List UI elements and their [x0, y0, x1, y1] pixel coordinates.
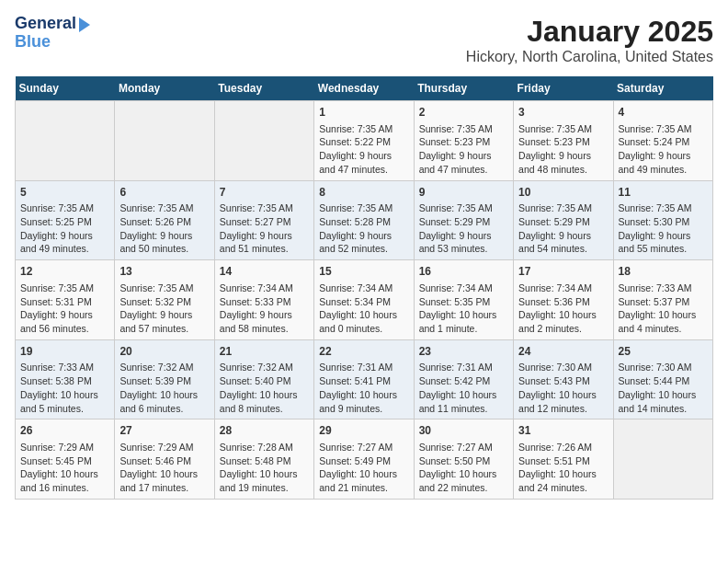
weekday-header-tuesday: Tuesday: [214, 76, 313, 101]
day-detail: Sunrise: 7:34 AM Sunset: 5:36 PM Dayligh…: [518, 282, 608, 336]
day-detail: Sunrise: 7:32 AM Sunset: 5:39 PM Dayligh…: [119, 361, 209, 415]
day-detail: Sunrise: 7:32 AM Sunset: 5:40 PM Dayligh…: [220, 361, 309, 415]
calendar-cell: 19Sunrise: 7:33 AM Sunset: 5:38 PM Dayli…: [16, 339, 115, 419]
day-number: 27: [119, 423, 209, 439]
calendar-cell: 15Sunrise: 7:34 AM Sunset: 5:34 PM Dayli…: [314, 260, 414, 340]
calendar-cell: 14Sunrise: 7:34 AM Sunset: 5:33 PM Dayli…: [214, 260, 313, 340]
day-number: 8: [319, 185, 408, 201]
day-detail: Sunrise: 7:28 AM Sunset: 5:48 PM Dayligh…: [220, 441, 309, 495]
weekday-header-sunday: Sunday: [16, 76, 115, 101]
day-number: 13: [119, 264, 209, 280]
day-number: 24: [518, 344, 608, 360]
day-number: 14: [220, 264, 309, 280]
day-number: 6: [119, 185, 209, 201]
day-detail: Sunrise: 7:35 AM Sunset: 5:23 PM Dayligh…: [419, 122, 508, 177]
day-detail: Sunrise: 7:29 AM Sunset: 5:46 PM Dayligh…: [119, 441, 209, 495]
day-detail: Sunrise: 7:35 AM Sunset: 5:25 PM Dayligh…: [20, 201, 109, 256]
weekday-header-saturday: Saturday: [613, 76, 712, 101]
day-number: 7: [220, 185, 309, 201]
calendar-cell: 9Sunrise: 7:35 AM Sunset: 5:29 PM Daylig…: [414, 180, 513, 260]
logo-arrow-icon: [79, 17, 90, 32]
day-number: 28: [220, 423, 309, 439]
day-detail: Sunrise: 7:35 AM Sunset: 5:27 PM Dayligh…: [220, 201, 309, 256]
calendar-cell: 20Sunrise: 7:32 AM Sunset: 5:39 PM Dayli…: [115, 339, 214, 419]
day-number: 9: [419, 185, 508, 201]
calendar-cell: 30Sunrise: 7:27 AM Sunset: 5:50 PM Dayli…: [414, 419, 513, 500]
day-detail: Sunrise: 7:35 AM Sunset: 5:29 PM Dayligh…: [419, 201, 508, 256]
day-detail: Sunrise: 7:35 AM Sunset: 5:32 PM Dayligh…: [119, 282, 209, 336]
calendar-cell: [16, 101, 115, 181]
calendar-cell: 28Sunrise: 7:28 AM Sunset: 5:48 PM Dayli…: [214, 419, 313, 500]
calendar-cell: [115, 101, 214, 181]
day-detail: Sunrise: 7:35 AM Sunset: 5:28 PM Dayligh…: [319, 201, 408, 256]
day-number: 20: [119, 344, 209, 360]
calendar-cell: 5Sunrise: 7:35 AM Sunset: 5:25 PM Daylig…: [16, 180, 115, 260]
calendar-cell: 16Sunrise: 7:34 AM Sunset: 5:35 PM Dayli…: [414, 260, 513, 340]
day-number: 4: [619, 105, 708, 121]
day-number: 31: [518, 423, 608, 439]
title-block: January 2025 Hickory, North Carolina, Un…: [466, 15, 713, 65]
day-number: 17: [518, 264, 608, 280]
day-detail: Sunrise: 7:31 AM Sunset: 5:41 PM Dayligh…: [319, 361, 408, 415]
calendar-cell: 22Sunrise: 7:31 AM Sunset: 5:41 PM Dayli…: [314, 339, 414, 419]
calendar-cell: 3Sunrise: 7:35 AM Sunset: 5:23 PM Daylig…: [514, 101, 613, 181]
calendar-cell: 10Sunrise: 7:35 AM Sunset: 5:29 PM Dayli…: [514, 180, 613, 260]
day-detail: Sunrise: 7:35 AM Sunset: 5:22 PM Dayligh…: [319, 122, 408, 177]
day-number: 10: [518, 185, 608, 201]
day-detail: Sunrise: 7:33 AM Sunset: 5:38 PM Dayligh…: [20, 361, 109, 415]
day-number: 25: [619, 344, 708, 360]
weekday-header-monday: Monday: [115, 76, 214, 101]
week-row-2: 5Sunrise: 7:35 AM Sunset: 5:25 PM Daylig…: [16, 180, 713, 260]
month-title: January 2025: [466, 15, 713, 49]
day-detail: Sunrise: 7:27 AM Sunset: 5:49 PM Dayligh…: [319, 441, 408, 495]
day-number: 29: [319, 423, 408, 439]
calendar-cell: 6Sunrise: 7:35 AM Sunset: 5:26 PM Daylig…: [115, 180, 214, 260]
calendar-cell: 2Sunrise: 7:35 AM Sunset: 5:23 PM Daylig…: [414, 101, 513, 181]
logo: General Blue: [15, 15, 90, 52]
day-number: 15: [319, 264, 408, 280]
calendar-table: SundayMondayTuesdayWednesdayThursdayFrid…: [15, 76, 713, 500]
calendar-cell: 24Sunrise: 7:30 AM Sunset: 5:43 PM Dayli…: [514, 339, 613, 419]
day-detail: Sunrise: 7:35 AM Sunset: 5:26 PM Dayligh…: [119, 201, 209, 256]
logo-text-general: General: [15, 15, 76, 33]
logo-text-blue: Blue: [15, 33, 90, 52]
day-detail: Sunrise: 7:35 AM Sunset: 5:23 PM Dayligh…: [518, 122, 608, 177]
week-row-1: 1Sunrise: 7:35 AM Sunset: 5:22 PM Daylig…: [16, 101, 713, 181]
weekday-header-thursday: Thursday: [414, 76, 513, 101]
calendar-cell: 12Sunrise: 7:35 AM Sunset: 5:31 PM Dayli…: [16, 260, 115, 340]
day-number: 19: [20, 344, 109, 360]
day-detail: Sunrise: 7:35 AM Sunset: 5:29 PM Dayligh…: [518, 201, 608, 256]
week-row-4: 19Sunrise: 7:33 AM Sunset: 5:38 PM Dayli…: [16, 339, 713, 419]
calendar-cell: [613, 419, 712, 500]
calendar-cell: 26Sunrise: 7:29 AM Sunset: 5:45 PM Dayli…: [16, 419, 115, 500]
day-number: 26: [20, 423, 109, 439]
calendar-cell: 4Sunrise: 7:35 AM Sunset: 5:24 PM Daylig…: [613, 101, 712, 181]
day-detail: Sunrise: 7:30 AM Sunset: 5:43 PM Dayligh…: [518, 361, 608, 415]
calendar-cell: 1Sunrise: 7:35 AM Sunset: 5:22 PM Daylig…: [314, 101, 414, 181]
calendar-cell: 23Sunrise: 7:31 AM Sunset: 5:42 PM Dayli…: [414, 339, 513, 419]
day-number: 12: [20, 264, 109, 280]
day-number: 22: [319, 344, 408, 360]
calendar-cell: 8Sunrise: 7:35 AM Sunset: 5:28 PM Daylig…: [314, 180, 414, 260]
week-row-5: 26Sunrise: 7:29 AM Sunset: 5:45 PM Dayli…: [16, 419, 713, 500]
week-row-3: 12Sunrise: 7:35 AM Sunset: 5:31 PM Dayli…: [16, 260, 713, 340]
day-detail: Sunrise: 7:27 AM Sunset: 5:50 PM Dayligh…: [419, 441, 508, 495]
calendar-cell: 17Sunrise: 7:34 AM Sunset: 5:36 PM Dayli…: [514, 260, 613, 340]
day-number: 11: [619, 185, 708, 201]
calendar-cell: [214, 101, 313, 181]
day-detail: Sunrise: 7:30 AM Sunset: 5:44 PM Dayligh…: [619, 361, 708, 415]
day-number: 18: [619, 264, 708, 280]
day-detail: Sunrise: 7:35 AM Sunset: 5:30 PM Dayligh…: [619, 201, 708, 256]
calendar-cell: 29Sunrise: 7:27 AM Sunset: 5:49 PM Dayli…: [314, 419, 414, 500]
day-number: 30: [419, 423, 508, 439]
day-detail: Sunrise: 7:31 AM Sunset: 5:42 PM Dayligh…: [419, 361, 508, 415]
calendar-cell: 18Sunrise: 7:33 AM Sunset: 5:37 PM Dayli…: [613, 260, 712, 340]
calendar-cell: 25Sunrise: 7:30 AM Sunset: 5:44 PM Dayli…: [613, 339, 712, 419]
day-number: 16: [419, 264, 508, 280]
day-detail: Sunrise: 7:34 AM Sunset: 5:34 PM Dayligh…: [319, 282, 408, 336]
day-number: 1: [319, 105, 408, 121]
day-detail: Sunrise: 7:35 AM Sunset: 5:31 PM Dayligh…: [20, 282, 109, 336]
weekday-header-friday: Friday: [514, 76, 613, 101]
calendar-cell: 13Sunrise: 7:35 AM Sunset: 5:32 PM Dayli…: [115, 260, 214, 340]
day-detail: Sunrise: 7:34 AM Sunset: 5:33 PM Dayligh…: [220, 282, 309, 336]
